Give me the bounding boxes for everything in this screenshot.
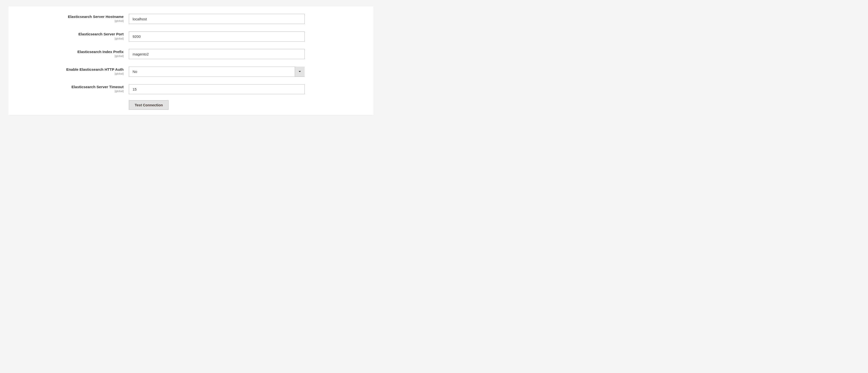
- control-port: [129, 31, 305, 42]
- control-prefix: [129, 49, 305, 59]
- action-spacer: [24, 100, 129, 110]
- field-row-prefix: Elasticsearch Index Prefix [global]: [24, 49, 359, 59]
- field-row-hostname: Elasticsearch Server Hostname [global]: [24, 14, 359, 24]
- label-httpauth: Enable Elasticsearch HTTP Auth [global]: [24, 67, 129, 75]
- config-panel: Elasticsearch Server Hostname [global] E…: [8, 6, 373, 115]
- scope-httpauth: [global]: [24, 72, 124, 75]
- timeout-input[interactable]: [129, 84, 305, 94]
- label-port: Elasticsearch Server Port [global]: [24, 31, 129, 40]
- label-timeout-text: Elasticsearch Server Timeout: [24, 85, 124, 89]
- control-httpauth: No: [129, 67, 305, 77]
- scope-port: [global]: [24, 37, 124, 40]
- label-port-text: Elasticsearch Server Port: [24, 32, 124, 36]
- action-row: Test Connection: [24, 100, 359, 110]
- field-row-timeout: Elasticsearch Server Timeout [global]: [24, 84, 359, 94]
- label-httpauth-text: Enable Elasticsearch HTTP Auth: [24, 67, 124, 72]
- test-connection-button[interactable]: Test Connection: [129, 100, 168, 110]
- field-row-httpauth: Enable Elasticsearch HTTP Auth [global] …: [24, 67, 359, 77]
- label-hostname: Elasticsearch Server Hostname [global]: [24, 14, 129, 22]
- control-hostname: [129, 14, 305, 24]
- label-hostname-text: Elasticsearch Server Hostname: [24, 14, 124, 19]
- label-prefix-text: Elasticsearch Index Prefix: [24, 50, 124, 54]
- control-timeout: [129, 84, 305, 94]
- label-prefix: Elasticsearch Index Prefix [global]: [24, 49, 129, 57]
- port-input[interactable]: [129, 31, 305, 42]
- prefix-input[interactable]: [129, 49, 305, 59]
- action-button-wrap: Test Connection: [129, 100, 359, 110]
- scope-hostname: [global]: [24, 20, 124, 22]
- httpauth-select[interactable]: No: [129, 67, 305, 77]
- field-row-port: Elasticsearch Server Port [global]: [24, 31, 359, 42]
- hostname-input[interactable]: [129, 14, 305, 24]
- httpauth-select-value: No: [129, 67, 305, 77]
- scope-prefix: [global]: [24, 55, 124, 57]
- label-timeout: Elasticsearch Server Timeout [global]: [24, 84, 129, 93]
- scope-timeout: [global]: [24, 90, 124, 93]
